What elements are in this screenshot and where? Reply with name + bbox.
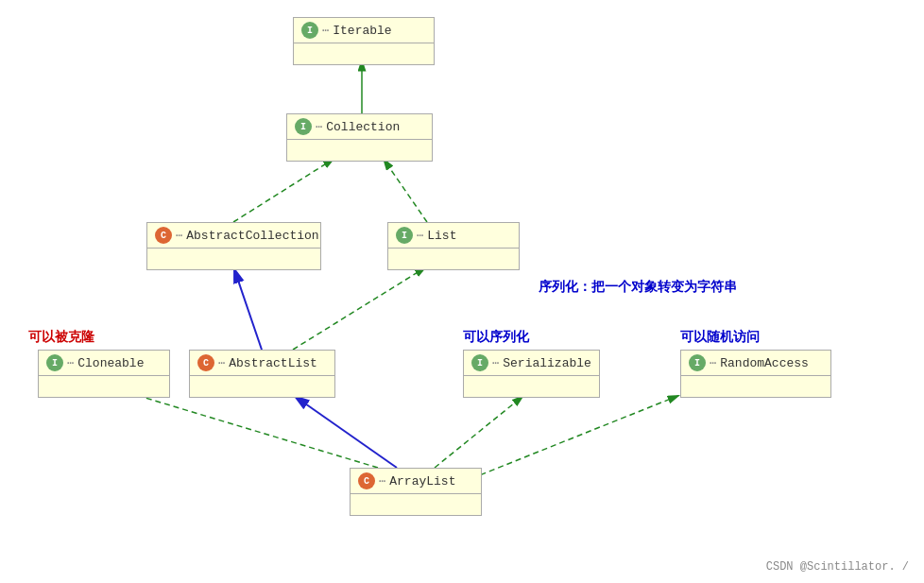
uml-header-serializable: I⋯Serializable (464, 351, 599, 376)
uml-header-cloneable: I⋯Cloneable (39, 351, 169, 376)
watermark: CSDN @Scintillator. / (766, 560, 909, 574)
annotation-serialization-desc: 序列化：把一个对象转变为字符串 (539, 279, 737, 296)
diagram-container: I⋯IterableI⋯CollectionC⋯AbstractCollecti… (0, 0, 924, 583)
badge-randomaccess: I (689, 354, 706, 371)
badge-iterable: I (301, 22, 318, 39)
uml-box-iterable: I⋯Iterable (293, 17, 435, 65)
uml-body-cloneable (39, 376, 169, 397)
uml-box-cloneable: I⋯Cloneable (38, 350, 170, 398)
uml-body-serializable (464, 376, 599, 397)
uml-name-randomaccess: RandomAccess (720, 356, 809, 370)
svg-line-8 (463, 395, 680, 482)
uml-header-abstractlist: C⋯AbstractList (190, 351, 334, 376)
separator-collection: ⋯ (316, 120, 322, 134)
badge-abstractlist: C (197, 354, 214, 371)
uml-name-collection: Collection (326, 120, 400, 134)
uml-body-abstractcollection (147, 249, 320, 269)
annotation-cloneable-desc: 可以被克隆 (28, 329, 94, 346)
svg-line-7 (435, 395, 524, 468)
separator-randomaccess: ⋯ (710, 356, 716, 370)
svg-line-2 (383, 158, 427, 222)
svg-line-3 (233, 266, 262, 350)
annotation-randomaccess-desc: 可以随机访问 (680, 329, 760, 346)
uml-name-list: List (427, 229, 456, 243)
uml-name-abstractcollection: AbstractCollection (186, 229, 318, 243)
badge-abstractcollection: C (155, 227, 172, 244)
uml-body-randomaccess (681, 376, 830, 397)
uml-box-abstractcollection: C⋯AbstractCollection (146, 222, 321, 270)
annotation-serializable-desc: 可以序列化 (463, 329, 529, 346)
uml-box-collection: I⋯Collection (286, 113, 433, 162)
uml-name-abstractlist: AbstractList (229, 356, 317, 370)
uml-header-iterable: I⋯Iterable (294, 18, 434, 43)
uml-body-collection (287, 140, 432, 161)
uml-name-arraylist: ArrayList (389, 474, 455, 489)
uml-header-list: I⋯List (388, 223, 519, 249)
svg-line-1 (233, 158, 335, 222)
uml-header-randomaccess: I⋯RandomAccess (681, 351, 830, 376)
uml-name-serializable: Serializable (503, 356, 591, 370)
uml-box-serializable: I⋯Serializable (463, 350, 600, 398)
uml-box-abstractlist: C⋯AbstractList (189, 350, 335, 398)
uml-box-list: I⋯List (387, 222, 520, 270)
uml-name-iterable: Iterable (333, 24, 391, 38)
svg-line-4 (293, 266, 427, 350)
separator-list: ⋯ (417, 229, 423, 243)
badge-list: I (396, 227, 413, 244)
uml-header-collection: I⋯Collection (287, 114, 432, 140)
badge-arraylist: C (358, 472, 375, 489)
separator-arraylist: ⋯ (379, 474, 385, 489)
separator-iterable: ⋯ (322, 24, 329, 38)
separator-abstractcollection: ⋯ (176, 229, 182, 243)
uml-name-cloneable: Cloneable (77, 356, 144, 370)
svg-line-6 (293, 395, 397, 468)
uml-header-abstractcollection: C⋯AbstractCollection (147, 223, 320, 249)
uml-body-iterable (294, 43, 434, 64)
badge-serializable: I (471, 354, 488, 371)
badge-cloneable: I (46, 354, 63, 371)
separator-serializable: ⋯ (492, 356, 499, 370)
uml-body-arraylist (351, 494, 481, 515)
separator-abstractlist: ⋯ (218, 356, 225, 370)
badge-collection: I (295, 118, 312, 135)
uml-body-abstractlist (190, 376, 334, 397)
separator-cloneable: ⋯ (67, 356, 74, 370)
uml-header-arraylist: C⋯ArrayList (351, 469, 481, 494)
uml-box-arraylist: C⋯ArrayList (350, 468, 482, 516)
uml-body-list (388, 249, 519, 269)
uml-box-randomaccess: I⋯RandomAccess (680, 350, 831, 398)
